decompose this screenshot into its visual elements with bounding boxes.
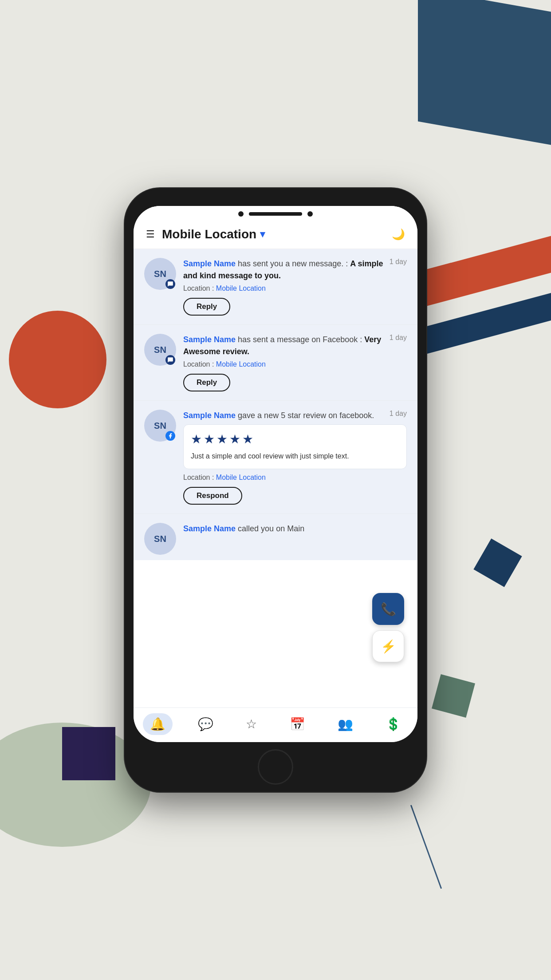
location-link[interactable]: Mobile Location: [216, 285, 266, 292]
notification-item-partial: SN Sample Name called you on Main: [134, 514, 417, 560]
speaker-bar: [249, 212, 302, 216]
location-link[interactable]: Mobile Location: [216, 360, 266, 368]
notification-text: Sample Name has sent a message on Facebo…: [183, 334, 386, 358]
star-1: ★: [191, 432, 202, 447]
avatar-badge-chat: [165, 279, 175, 289]
chat-icon: [167, 357, 173, 363]
fab-phone-button[interactable]: 📞: [372, 593, 404, 625]
review-card: ★ ★ ★ ★ ★ Just a simple and cool review …: [183, 424, 407, 469]
notification-location: Location : Mobile Location: [183, 285, 407, 292]
avatar-initials: SN: [154, 421, 166, 431]
sender-name: Sample Name: [183, 335, 236, 344]
facebook-icon: [167, 433, 173, 439]
avatar-initials: SN: [154, 534, 166, 544]
billing-icon: 💲: [386, 717, 401, 731]
avatar-badge-facebook: [165, 431, 175, 441]
nav-item-billing[interactable]: 💲: [378, 713, 408, 735]
fab-flash-button[interactable]: ⚡: [372, 630, 404, 662]
review-text: Just a simple and cool review with just …: [191, 451, 399, 462]
calendar-icon: 📅: [290, 717, 305, 731]
fab-container: 📞 ⚡: [372, 593, 404, 662]
home-button[interactable]: [258, 749, 293, 785]
menu-icon[interactable]: ☰: [146, 229, 155, 240]
phone-icon: 📞: [381, 602, 396, 616]
respond-button[interactable]: Respond: [183, 487, 242, 505]
notification-item: SN Sample Name has sent a message on Fac…: [134, 325, 417, 401]
avatar: SN: [144, 334, 176, 366]
star-rating: ★ ★ ★ ★ ★: [191, 432, 399, 447]
bottom-nav: 🔔 💬 ☆ 📅 👥 💲: [134, 707, 417, 742]
dark-mode-icon[interactable]: 🌙: [392, 228, 405, 241]
reply-button[interactable]: Reply: [183, 298, 230, 316]
notification-content: Sample Name has sent you a new message. …: [183, 258, 407, 316]
sender-name: Sample Name: [183, 259, 236, 268]
notification-top: Sample Name has sent you a new message. …: [183, 258, 407, 282]
location-link[interactable]: Mobile Location: [216, 474, 266, 481]
phone-frame: ☰ Mobile Location ▾ 🌙 SN: [125, 188, 426, 792]
notification-text-partial: Sample Name called you on Main: [183, 523, 403, 535]
nav-item-messages[interactable]: 💬: [191, 713, 220, 735]
star-2: ★: [204, 432, 215, 447]
nav-item-notifications[interactable]: 🔔: [143, 713, 173, 735]
sender-name: Sample Name: [183, 411, 236, 420]
star-5: ★: [242, 432, 253, 447]
star-outline-icon: ☆: [246, 717, 257, 731]
avatar: SN: [144, 523, 176, 555]
avatar-badge-chat: [165, 355, 175, 365]
nav-item-contacts[interactable]: 👥: [331, 713, 360, 735]
notification-item: SN Sample Name gave a new 5 star review …: [134, 401, 417, 514]
chat-bubble-icon: 💬: [198, 717, 213, 731]
star-4: ★: [229, 432, 240, 447]
notification-text: Sample Name has sent you a new message. …: [183, 258, 386, 282]
notification-time: 1 day: [390, 258, 407, 266]
notification-text: Sample Name gave a new 5 star review on …: [183, 410, 386, 422]
notification-content: Sample Name gave a new 5 star review on …: [183, 410, 407, 505]
flash-icon: ⚡: [381, 639, 396, 654]
chat-icon: [167, 281, 173, 287]
header-title-container: Mobile Location ▾: [162, 227, 392, 241]
phone-screen: ☰ Mobile Location ▾ 🌙 SN: [134, 206, 417, 742]
page-title: Mobile Location: [162, 227, 256, 241]
message-prefix: has sent you a new message. :: [238, 259, 350, 268]
notification-time: 1 day: [390, 334, 407, 342]
message-partial: called you on Main: [238, 524, 304, 533]
avatar-initials: SN: [154, 345, 166, 355]
avatar-initials: SN: [154, 269, 166, 279]
notification-location: Location : Mobile Location: [183, 474, 407, 482]
avatar: SN: [144, 410, 176, 442]
notification-content-partial: Sample Name called you on Main: [183, 523, 407, 535]
notification-content: Sample Name has sent a message on Facebo…: [183, 334, 407, 391]
app-header: ☰ Mobile Location ▾ 🌙: [134, 220, 417, 249]
camera-dot: [238, 211, 244, 217]
notification-top: Sample Name gave a new 5 star review on …: [183, 410, 407, 422]
nav-item-reviews[interactable]: ☆: [239, 713, 264, 735]
avatar: SN: [144, 258, 176, 290]
star-3: ★: [216, 432, 228, 447]
bell-icon: 🔔: [150, 717, 165, 731]
message-prefix: gave a new 5 star review on facebook.: [238, 411, 374, 420]
message-prefix: has sent a message on Facebook :: [238, 335, 364, 344]
nav-item-calendar[interactable]: 📅: [283, 713, 312, 735]
notification-time: 1 day: [390, 410, 407, 418]
notification-item: SN Sample Name has sent you a new messag…: [134, 249, 417, 325]
reply-button[interactable]: Reply: [183, 374, 230, 391]
chevron-down-icon[interactable]: ▾: [260, 229, 265, 240]
sensor-dot: [307, 211, 313, 217]
notification-location: Location : Mobile Location: [183, 360, 407, 368]
notification-top: Sample Name has sent a message on Facebo…: [183, 334, 407, 358]
phone-top-bar: [134, 206, 417, 220]
contacts-icon: 👥: [338, 717, 353, 731]
sender-name: Sample Name: [183, 524, 236, 533]
